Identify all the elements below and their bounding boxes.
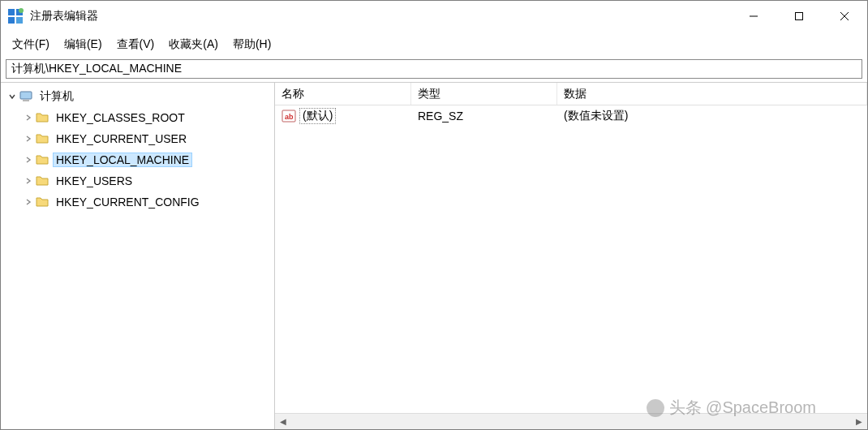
svg-rect-10 (23, 100, 29, 101)
tree-pane: 计算机 HKEY_CLASSES_ROOT HKEY_CURRENT_USER … (1, 83, 275, 429)
chevron-right-icon[interactable] (22, 114, 35, 122)
chevron-right-icon[interactable] (22, 177, 35, 185)
menu-file[interactable]: 文件(F) (6, 35, 56, 54)
list-body: ab (默认) REG_SZ (数值未设置) (275, 105, 867, 413)
tree-item-hkcu[interactable]: HKEY_CURRENT_USER (1, 128, 274, 149)
menu-edit[interactable]: 编辑(E) (58, 35, 109, 54)
list-header: 名称 类型 数据 (275, 83, 867, 105)
chevron-right-icon[interactable] (22, 135, 35, 143)
tree-label: HKEY_CLASSES_ROOT (53, 110, 188, 125)
tree-root[interactable]: 计算机 (1, 86, 274, 107)
scroll-left-icon[interactable]: ◀ (275, 414, 291, 430)
menu-help[interactable]: 帮助(H) (226, 35, 277, 54)
chevron-right-icon[interactable] (22, 156, 35, 164)
tree-item-hkcr[interactable]: HKEY_CLASSES_ROOT (1, 107, 274, 128)
scroll-right-icon[interactable]: ▶ (851, 414, 867, 430)
svg-rect-2 (8, 17, 15, 24)
svg-rect-0 (8, 9, 15, 15)
folder-icon (35, 153, 49, 167)
value-name: (默认) (299, 108, 336, 124)
scrollbar-track[interactable] (291, 414, 851, 430)
column-header-type[interactable]: 类型 (411, 83, 557, 105)
maximize-button[interactable] (776, 1, 822, 32)
cell-name: ab (默认) (275, 108, 411, 124)
tree-item-hklm[interactable]: HKEY_LOCAL_MACHINE (1, 149, 274, 170)
tree-item-hkcc[interactable]: HKEY_CURRENT_CONFIG (1, 191, 274, 213)
horizontal-scrollbar[interactable]: ◀ ▶ (275, 413, 867, 429)
chevron-down-icon[interactable] (6, 92, 19, 101)
menu-view[interactable]: 查看(V) (110, 35, 161, 54)
svg-text:ab: ab (285, 113, 294, 121)
reg-sz-icon: ab (281, 109, 296, 123)
content-area: 计算机 HKEY_CLASSES_ROOT HKEY_CURRENT_USER … (1, 82, 867, 429)
tree-label: HKEY_USERS (53, 174, 135, 188)
close-button[interactable] (822, 1, 867, 32)
chevron-right-icon[interactable] (22, 198, 35, 206)
tree-label: HKEY_LOCAL_MACHINE (53, 153, 192, 167)
cell-type: REG_SZ (411, 110, 557, 123)
list-pane: 名称 类型 数据 ab (默认) REG_SZ (数值未设置) ◀ (275, 83, 867, 429)
folder-icon (35, 174, 49, 188)
folder-icon (35, 110, 49, 125)
tree-label: HKEY_CURRENT_USER (53, 131, 190, 146)
tree-root-label: 计算机 (37, 88, 77, 105)
cell-data: (数值未设置) (557, 109, 867, 123)
column-header-name[interactable]: 名称 (275, 83, 411, 105)
window-title: 注册表编辑器 (30, 9, 731, 24)
computer-icon (19, 89, 33, 104)
folder-icon (35, 131, 49, 146)
svg-rect-3 (16, 17, 23, 24)
minimize-button[interactable] (731, 1, 776, 32)
column-header-data[interactable]: 数据 (557, 83, 867, 105)
folder-icon (35, 195, 49, 209)
tree-item-hku[interactable]: HKEY_USERS (1, 170, 274, 191)
tree-label: HKEY_CURRENT_CONFIG (53, 195, 203, 209)
svg-rect-6 (796, 13, 803, 20)
registry-editor-window: 注册表编辑器 文件(F) 编辑(E) 查看(V) 收藏夹(A) 帮助(H) 计算… (0, 0, 868, 430)
app-icon (7, 8, 24, 24)
address-bar[interactable]: 计算机\HKEY_LOCAL_MACHINE (6, 59, 862, 79)
titlebar: 注册表编辑器 (1, 1, 867, 32)
svg-point-4 (19, 8, 24, 13)
svg-rect-9 (20, 92, 32, 99)
menu-favorites[interactable]: 收藏夹(A) (162, 35, 225, 54)
menubar: 文件(F) 编辑(E) 查看(V) 收藏夹(A) 帮助(H) (1, 32, 867, 58)
window-controls (731, 1, 867, 32)
list-row[interactable]: ab (默认) REG_SZ (数值未设置) (275, 105, 867, 127)
